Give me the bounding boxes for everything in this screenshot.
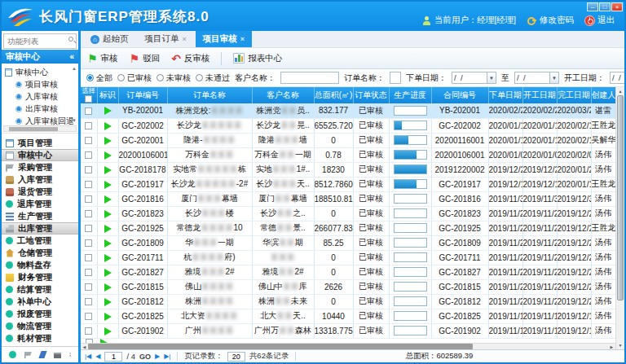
sidebar-item-13[interactable]: 补单中心	[2, 296, 78, 308]
order-name-input[interactable]	[390, 72, 401, 84]
col-start-date[interactable]: 开工日期	[522, 87, 557, 103]
table-row[interactable]: GC-201917长沙龙某某某某某-2#长沙某某某天..8512.78600..…	[81, 177, 615, 191]
module-dot-icon[interactable]	[9, 351, 16, 358]
table-row[interactable]: GC-201812株洲某某某某株洲某某未来0已审核GC-2018122019/1…	[81, 294, 615, 309]
sidebar-item-10[interactable]: 物料盘存	[2, 259, 78, 271]
scrollbar-thumb[interactable]	[617, 95, 624, 300]
row-checkbox[interactable]	[85, 327, 92, 335]
sidebar-item-7[interactable]: 出库管理	[2, 222, 78, 235]
tab-start-page[interactable]: ⌂ 起始页	[83, 31, 136, 47]
row-checkbox[interactable]	[85, 283, 92, 291]
row-checkbox[interactable]	[85, 225, 92, 232]
sidebar-item-11[interactable]: 财务管理	[2, 271, 78, 283]
table-row[interactable]: GC-201809华某某某一期华滨某某期85.25已审核GC-201809201…	[81, 235, 615, 250]
report-center-button[interactable]: 报表中心	[233, 53, 282, 64]
customer-name-input[interactable]	[280, 72, 339, 84]
sidebar-item-4[interactable]: 退货管理	[2, 186, 78, 198]
cart-icon[interactable]	[24, 351, 32, 358]
row-checkbox[interactable]	[85, 195, 92, 203]
col-order-no[interactable]: 订单编号	[118, 87, 167, 103]
row-checkbox[interactable]	[85, 181, 92, 188]
minimize-button[interactable]: –	[587, 2, 598, 11]
sidebar-item-0[interactable]: 项目管理	[2, 137, 78, 149]
sidebar-item-6[interactable]: 生产管理	[2, 210, 78, 222]
table-row[interactable]: GC-201711杭某某某某府)某某某0已审核GC-2017112019/11/…	[81, 250, 615, 265]
col-order-status[interactable]: 订单状态	[353, 87, 389, 103]
page-size-input[interactable]	[227, 352, 245, 362]
book-icon[interactable]	[54, 351, 61, 358]
maximize-button[interactable]: □	[599, 2, 611, 11]
sidebar-item-3[interactable]: 入库管理	[2, 173, 78, 186]
start-date-picker[interactable]: ▼	[610, 72, 624, 84]
select-all-checkbox[interactable]	[85, 95, 92, 103]
next-page-button[interactable]: ▶	[155, 353, 160, 360]
dropdown-icon[interactable]: ▼	[550, 72, 559, 84]
sidebar-item-1[interactable]: 审核中心	[2, 149, 78, 161]
table-row[interactable]: GC-202001隆港-某某某某隆港某某某墙0已审核20200116001202…	[81, 133, 615, 147]
radio-all[interactable]: 全部	[86, 72, 112, 84]
row-checkbox[interactable]	[85, 254, 92, 261]
table-row[interactable]: GC-201827雅境某某某2#雅境某某2#0已审核GC-2018272019/…	[81, 265, 615, 279]
col-creator[interactable]: 创建人	[591, 87, 615, 103]
row-checkbox[interactable]	[85, 151, 92, 159]
col-total-area[interactable]: 总面积(㎡)	[314, 87, 353, 103]
sidebar-item-5[interactable]: 退库管理	[2, 198, 78, 210]
collapse-icon[interactable]: «	[69, 53, 74, 61]
table-row[interactable]: GC-2018178实地常某某某某某栋实地某某某1#..18230已审核2019…	[81, 162, 615, 177]
tree-item-project-audit[interactable]: 项目审核	[5, 78, 70, 90]
order-date-from-picker[interactable]: ▼	[452, 72, 496, 84]
col-order-date[interactable]: 下单日期	[488, 87, 522, 103]
scroll-up-icon[interactable]: ▲	[619, 88, 623, 94]
tab-project-audit[interactable]: 项目审核 ×	[196, 31, 252, 47]
sidebar-item-14[interactable]: 报废管理	[2, 308, 78, 320]
table-row[interactable]: 20200106001万科金某某某万科金某某一期0.78已审核202001060…	[81, 147, 615, 162]
prev-page-button[interactable]: ◀	[95, 353, 100, 360]
tree-item-inbound-audit[interactable]: 入库审核	[5, 90, 70, 103]
tree-root-audit-center[interactable]: 审核中心	[5, 66, 70, 78]
col-flag[interactable]: 标识	[97, 87, 118, 103]
sidebar-item-9[interactable]: 仓储管理	[2, 247, 78, 259]
col-production-progress[interactable]: 生产进度	[389, 87, 431, 103]
table-row[interactable]: YB-202001株洲党校:某某某某株洲党某某员..832.177已审核YB-2…	[81, 103, 615, 118]
overflow-menu-icon[interactable]: ⁞	[69, 351, 71, 358]
order-date-to-picker[interactable]: ▼	[514, 72, 559, 84]
go-button[interactable]: GO	[139, 353, 151, 361]
scroll-down-icon[interactable]: ▼	[619, 342, 623, 349]
row-checkbox[interactable]	[85, 298, 92, 305]
grid-vertical-scrollbar[interactable]: ▲ ▼	[615, 87, 624, 349]
scroll-down-icon[interactable]: ▼	[72, 118, 77, 123]
row-checkbox[interactable]	[85, 269, 92, 276]
scroll-left-icon[interactable]: ◀	[81, 344, 88, 349]
table-row[interactable]: GC-201825北大资某某某某北大某某天..10440已审核GC-201825…	[81, 309, 615, 323]
nav-group-header[interactable]: 审核中心 «	[2, 50, 78, 64]
col-customer-name[interactable]: 客户名称	[252, 87, 314, 103]
pen-icon[interactable]	[38, 351, 46, 358]
sidebar-item-16[interactable]: 耗材管理	[2, 332, 78, 344]
row-checkbox[interactable]	[85, 313, 92, 320]
unapprove-button[interactable]: ↶反审核	[171, 53, 209, 64]
dropdown-icon[interactable]: ▼	[487, 72, 496, 84]
radio-approved[interactable]: 已审核	[117, 72, 152, 84]
table-row[interactable]: GC-201925常德龙某某某某10常德某某景..266077.835..已审核…	[81, 221, 615, 235]
col-contract-no[interactable]: 合同编号	[431, 87, 488, 103]
tree-horizontal-scrollbar[interactable]	[3, 125, 77, 132]
logout-button[interactable]: 退出	[585, 15, 615, 26]
col-order-name[interactable]: 订单名称	[167, 87, 252, 103]
close-tab-icon[interactable]: ×	[240, 35, 245, 43]
row-checkbox[interactable]	[85, 122, 92, 129]
first-page-button[interactable]: |◀	[85, 353, 91, 360]
table-row[interactable]: GC-201902广州某某某某广州万某某森林13318.775已审核GC-201…	[81, 323, 615, 338]
radio-unapproved[interactable]: 未审核	[156, 72, 191, 84]
sidebar-item-15[interactable]: 物流管理	[2, 320, 78, 332]
date-input[interactable]	[514, 72, 550, 84]
col-finish-date[interactable]: 完工日期	[557, 87, 591, 103]
row-checkbox[interactable]	[85, 166, 92, 173]
close-button[interactable]: ×	[611, 2, 623, 11]
sidebar-item-8[interactable]: 工地管理	[2, 235, 78, 247]
table-row[interactable]: GC-202002长沙龙某某某某某长沙龙某某晃..65525.7200..已审核…	[81, 118, 615, 133]
date-input[interactable]	[610, 72, 624, 84]
scroll-right-icon[interactable]: ▶	[608, 344, 615, 349]
row-checkbox[interactable]	[85, 107, 92, 115]
row-checkbox[interactable]	[85, 137, 92, 144]
last-page-button[interactable]: ▶|	[164, 353, 170, 360]
